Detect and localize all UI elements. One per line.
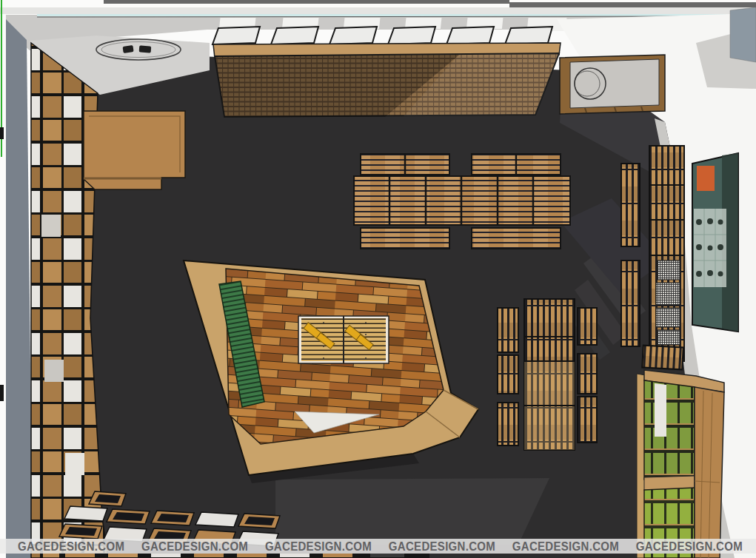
- front-display-bins-row2: [59, 553, 429, 558]
- bench: [498, 355, 518, 394]
- top-bar-left: [104, 0, 509, 4]
- wall-mark: [0, 385, 4, 401]
- bench: [578, 354, 597, 394]
- bench: [621, 260, 640, 346]
- watermark-text: GACEDESIGN.COM: [389, 539, 495, 553]
- chair: [139, 45, 152, 53]
- skylight-panel: [271, 27, 318, 44]
- bench: [578, 397, 597, 443]
- bench: [578, 308, 597, 345]
- watermark-text: GACEDESIGN.COM: [18, 539, 124, 553]
- watermark-text: GACEDESIGN.COM: [141, 539, 248, 553]
- wall-top-edge: [37, 14, 746, 16]
- long-display-table: [649, 146, 684, 361]
- skylight-panel: [213, 27, 260, 44]
- skylight-panel: [505, 27, 552, 44]
- watermark-text: GACEDESIGN.COM: [636, 539, 743, 553]
- bench: [498, 403, 518, 446]
- bench: [642, 346, 683, 370]
- shelf-cell: [41, 215, 61, 237]
- poster-stamp: [697, 166, 715, 191]
- rendered-scene: GACEDESIGN.COM GACEDESIGN.COM GACEDESIGN…: [0, 0, 756, 558]
- skylight-panel: [446, 27, 494, 44]
- wire-baskets: [656, 260, 680, 345]
- watermark-text: GACEDESIGN.COM: [512, 539, 619, 553]
- corner-display-box: [560, 55, 665, 114]
- slatted-screen-panel: [213, 43, 561, 117]
- bench: [498, 308, 518, 352]
- watermark-text: GACEDESIGN.COM: [265, 539, 372, 553]
- bookcase-white-panel: [655, 383, 666, 437]
- platform-display-table: [298, 316, 389, 363]
- wall-mark: [0, 127, 4, 139]
- bench: [472, 228, 561, 249]
- green-bookcase: [637, 370, 724, 558]
- top-bar-right: [509, 2, 756, 7]
- scene-canvas: [0, 0, 756, 558]
- corner-window-panel: [730, 7, 756, 62]
- skylight-panel: [388, 27, 435, 44]
- skylight-panel: [330, 27, 377, 44]
- floor-light-patch-bottom: [275, 478, 549, 545]
- shelf-cell: [65, 453, 84, 475]
- bench: [621, 164, 640, 246]
- watermark-band: GACEDESIGN.COM GACEDESIGN.COM GACEDESIGN…: [0, 539, 756, 554]
- wall-poster: [692, 153, 738, 332]
- vertical-slat-benches: [498, 299, 597, 450]
- service-desk: [84, 111, 185, 189]
- shelf-cell: [44, 360, 64, 382]
- bench: [361, 228, 449, 249]
- bookcase-upper-shelves: [644, 380, 695, 480]
- top-strip: [0, 7, 756, 14]
